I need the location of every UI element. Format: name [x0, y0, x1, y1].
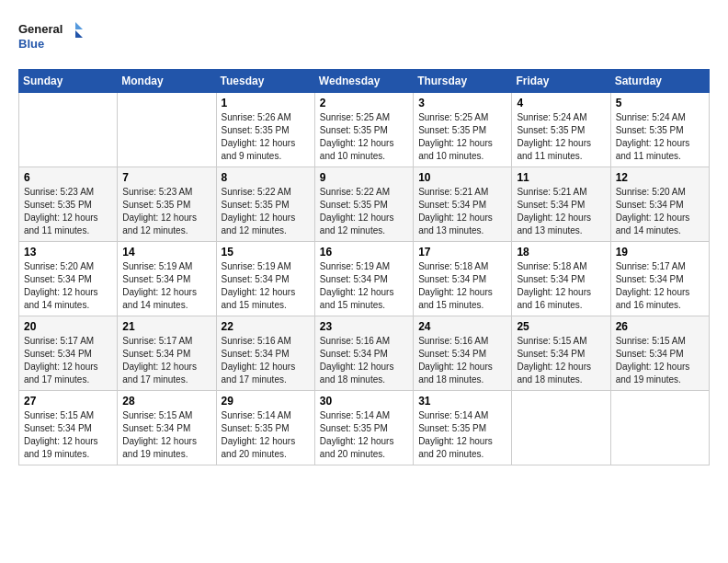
day-number: 21	[122, 320, 210, 333]
svg-text:Blue: Blue	[18, 37, 44, 51]
day-number: 2	[320, 97, 408, 109]
weekday-header: Sunday	[19, 70, 118, 93]
calendar-cell: 10Sunrise: 5:21 AMSunset: 5:34 PMDayligh…	[414, 167, 512, 242]
day-info: Sunrise: 5:19 AMSunset: 5:34 PMDaylight:…	[320, 260, 408, 312]
calendar-cell: 23Sunrise: 5:16 AMSunset: 5:34 PMDayligh…	[314, 316, 413, 391]
day-number: 4	[517, 97, 605, 109]
day-info: Sunrise: 5:15 AMSunset: 5:34 PMDaylight:…	[24, 409, 112, 461]
calendar-cell: 24Sunrise: 5:16 AMSunset: 5:34 PMDayligh…	[414, 316, 512, 391]
calendar-cell: 21Sunrise: 5:17 AMSunset: 5:34 PMDayligh…	[118, 316, 216, 391]
day-info: Sunrise: 5:19 AMSunset: 5:34 PMDaylight:…	[122, 260, 210, 312]
calendar-week-row: 6Sunrise: 5:23 AMSunset: 5:35 PMDaylight…	[19, 167, 710, 242]
calendar-table: SundayMondayTuesdayWednesdayThursdayFrid…	[18, 69, 710, 465]
day-number: 8	[222, 171, 310, 184]
calendar-cell: 18Sunrise: 5:18 AMSunset: 5:34 PMDayligh…	[512, 242, 610, 316]
calendar-cell: 5Sunrise: 5:24 AMSunset: 5:35 PMDaylight…	[610, 93, 709, 167]
calendar-cell: 8Sunrise: 5:22 AMSunset: 5:35 PMDaylight…	[216, 167, 314, 242]
calendar-cell: 1Sunrise: 5:26 AMSunset: 5:35 PMDaylight…	[216, 93, 314, 167]
day-number: 22	[222, 320, 310, 333]
svg-text:General: General	[18, 22, 63, 36]
day-info: Sunrise: 5:14 AMSunset: 5:35 PMDaylight:…	[320, 409, 408, 461]
day-number: 12	[616, 171, 704, 184]
day-info: Sunrise: 5:25 AMSunset: 5:35 PMDaylight:…	[418, 111, 506, 163]
day-info: Sunrise: 5:17 AMSunset: 5:34 PMDaylight:…	[616, 260, 704, 312]
day-info: Sunrise: 5:25 AMSunset: 5:35 PMDaylight:…	[320, 111, 408, 163]
day-info: Sunrise: 5:22 AMSunset: 5:35 PMDaylight:…	[320, 186, 408, 237]
day-number: 19	[616, 246, 704, 259]
calendar-cell: 19Sunrise: 5:17 AMSunset: 5:34 PMDayligh…	[610, 242, 709, 316]
svg-marker-2	[75, 22, 83, 29]
calendar-cell: 9Sunrise: 5:22 AMSunset: 5:35 PMDaylight…	[314, 167, 413, 242]
weekday-header: Monday	[118, 70, 216, 93]
day-info: Sunrise: 5:24 AMSunset: 5:35 PMDaylight:…	[517, 111, 605, 163]
calendar-cell: 12Sunrise: 5:20 AMSunset: 5:34 PMDayligh…	[610, 167, 709, 242]
day-info: Sunrise: 5:18 AMSunset: 5:34 PMDaylight:…	[418, 260, 506, 312]
calendar-cell: 15Sunrise: 5:19 AMSunset: 5:34 PMDayligh…	[216, 242, 314, 316]
day-info: Sunrise: 5:26 AMSunset: 5:35 PMDaylight:…	[222, 111, 310, 163]
logo-svg: General Blue	[18, 18, 92, 60]
day-number: 20	[24, 320, 112, 333]
calendar-cell: 29Sunrise: 5:14 AMSunset: 5:35 PMDayligh…	[216, 391, 314, 465]
calendar-cell: 13Sunrise: 5:20 AMSunset: 5:34 PMDayligh…	[19, 242, 118, 316]
calendar-cell: 3Sunrise: 5:25 AMSunset: 5:35 PMDaylight…	[414, 93, 512, 167]
calendar-cell: 22Sunrise: 5:16 AMSunset: 5:34 PMDayligh…	[216, 316, 314, 391]
day-number: 26	[616, 320, 704, 333]
day-info: Sunrise: 5:14 AMSunset: 5:35 PMDaylight:…	[222, 409, 310, 461]
day-info: Sunrise: 5:16 AMSunset: 5:34 PMDaylight:…	[418, 335, 506, 386]
calendar-cell	[512, 391, 610, 465]
calendar-cell: 31Sunrise: 5:14 AMSunset: 5:35 PMDayligh…	[414, 391, 512, 465]
day-number: 25	[517, 320, 605, 333]
day-info: Sunrise: 5:20 AMSunset: 5:34 PMDaylight:…	[616, 186, 704, 237]
day-info: Sunrise: 5:14 AMSunset: 5:35 PMDaylight:…	[418, 409, 506, 461]
calendar-cell: 7Sunrise: 5:23 AMSunset: 5:35 PMDaylight…	[118, 167, 216, 242]
calendar-week-row: 1Sunrise: 5:26 AMSunset: 5:35 PMDaylight…	[19, 93, 710, 167]
day-info: Sunrise: 5:16 AMSunset: 5:34 PMDaylight:…	[320, 335, 408, 386]
day-info: Sunrise: 5:21 AMSunset: 5:34 PMDaylight:…	[418, 186, 506, 237]
svg-marker-3	[75, 30, 83, 38]
weekday-header: Wednesday	[314, 70, 413, 93]
day-number: 31	[418, 395, 506, 408]
day-info: Sunrise: 5:19 AMSunset: 5:34 PMDaylight:…	[222, 260, 310, 312]
day-number: 17	[418, 246, 506, 259]
calendar-cell: 6Sunrise: 5:23 AMSunset: 5:35 PMDaylight…	[19, 167, 118, 242]
day-info: Sunrise: 5:22 AMSunset: 5:35 PMDaylight:…	[222, 186, 310, 237]
calendar-cell	[19, 93, 118, 167]
weekday-header: Thursday	[414, 70, 512, 93]
day-number: 24	[418, 320, 506, 333]
day-number: 27	[24, 395, 112, 408]
day-number: 15	[222, 246, 310, 259]
calendar-week-row: 20Sunrise: 5:17 AMSunset: 5:34 PMDayligh…	[19, 316, 710, 391]
day-info: Sunrise: 5:17 AMSunset: 5:34 PMDaylight:…	[24, 335, 112, 386]
logo: General Blue	[18, 18, 92, 60]
calendar-cell: 11Sunrise: 5:21 AMSunset: 5:34 PMDayligh…	[512, 167, 610, 242]
day-info: Sunrise: 5:15 AMSunset: 5:34 PMDaylight:…	[122, 409, 210, 461]
calendar-cell: 26Sunrise: 5:15 AMSunset: 5:34 PMDayligh…	[610, 316, 709, 391]
day-number: 5	[616, 97, 704, 109]
calendar-cell: 17Sunrise: 5:18 AMSunset: 5:34 PMDayligh…	[414, 242, 512, 316]
calendar-cell: 14Sunrise: 5:19 AMSunset: 5:34 PMDayligh…	[118, 242, 216, 316]
day-info: Sunrise: 5:23 AMSunset: 5:35 PMDaylight:…	[122, 186, 210, 237]
weekday-header-row: SundayMondayTuesdayWednesdayThursdayFrid…	[19, 70, 710, 93]
day-number: 1	[222, 97, 310, 109]
day-number: 13	[24, 246, 112, 259]
calendar-cell: 27Sunrise: 5:15 AMSunset: 5:34 PMDayligh…	[19, 391, 118, 465]
day-info: Sunrise: 5:17 AMSunset: 5:34 PMDaylight:…	[122, 335, 210, 386]
day-number: 9	[320, 171, 408, 184]
day-number: 29	[222, 395, 310, 408]
calendar-week-row: 27Sunrise: 5:15 AMSunset: 5:34 PMDayligh…	[19, 391, 710, 465]
day-info: Sunrise: 5:16 AMSunset: 5:34 PMDaylight:…	[222, 335, 310, 386]
calendar-cell: 2Sunrise: 5:25 AMSunset: 5:35 PMDaylight…	[314, 93, 413, 167]
weekday-header: Saturday	[610, 70, 709, 93]
weekday-header: Tuesday	[216, 70, 314, 93]
day-info: Sunrise: 5:21 AMSunset: 5:34 PMDaylight:…	[517, 186, 605, 237]
day-info: Sunrise: 5:20 AMSunset: 5:34 PMDaylight:…	[24, 260, 112, 312]
day-info: Sunrise: 5:15 AMSunset: 5:34 PMDaylight:…	[517, 335, 605, 386]
weekday-header: Friday	[512, 70, 610, 93]
day-number: 10	[418, 171, 506, 184]
day-info: Sunrise: 5:23 AMSunset: 5:35 PMDaylight:…	[24, 186, 112, 237]
calendar-cell: 30Sunrise: 5:14 AMSunset: 5:35 PMDayligh…	[314, 391, 413, 465]
day-number: 18	[517, 246, 605, 259]
day-number: 7	[122, 171, 210, 184]
day-number: 11	[517, 171, 605, 184]
day-number: 14	[122, 246, 210, 259]
